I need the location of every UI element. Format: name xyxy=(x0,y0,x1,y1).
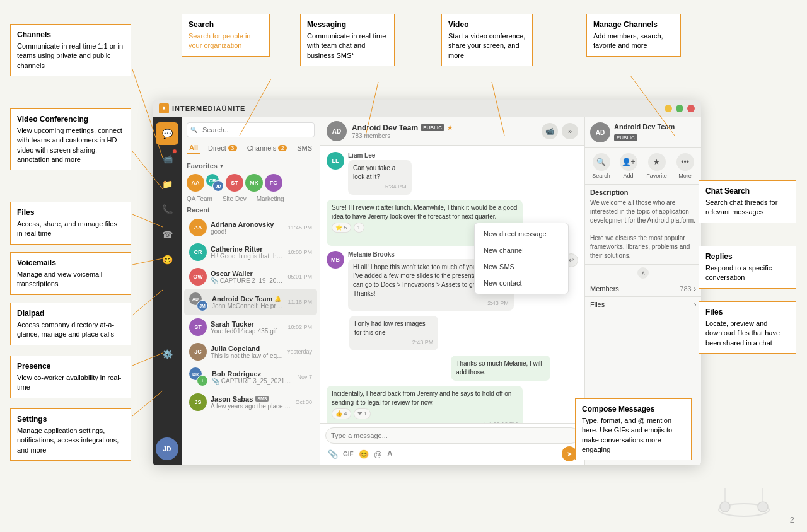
popup-new-sms[interactable]: New SMS xyxy=(475,258,568,275)
attachment-icon[interactable]: 📎 xyxy=(328,449,338,459)
annotation-dialpad: Dialpad Access company directory at-a-gl… xyxy=(10,303,131,345)
tab-direct[interactable]: Direct 3 xyxy=(206,142,240,154)
sidebar-item-settings[interactable]: ⚙️ xyxy=(156,343,178,366)
popup-new-channel[interactable]: New channel xyxy=(475,242,568,258)
user-avatar-sidebar[interactable]: JD xyxy=(156,437,178,460)
svg-point-17 xyxy=(758,502,768,512)
annotation-search: Search Search for people in your organiz… xyxy=(182,14,270,57)
message-liam: LL Liam Lee Can you take a look at it? 5… xyxy=(327,152,578,195)
chat-item-adriana[interactable]: AA Adriana Aronovsky good! 11:45 PM xyxy=(184,216,317,240)
annotation-presence: Presence View co-worker availability in … xyxy=(10,356,131,398)
annotation-voicemails: Voicemails Manage and view voicemail tra… xyxy=(10,252,131,295)
logo-icon: ✦ xyxy=(159,103,169,113)
page-number: 2 xyxy=(790,515,794,524)
gif-button[interactable]: GIF xyxy=(343,451,354,458)
message-bubble: I only had low res images for this one 2… xyxy=(349,316,438,350)
app-title: INTERMEDIAÜNITE xyxy=(172,105,245,112)
annotation-channels: Channels Communicate in real-time 1:1 or… xyxy=(10,24,131,76)
annotation-files-right: Files Locate, preview and download files… xyxy=(699,301,796,354)
compose-input[interactable] xyxy=(325,427,579,444)
channels-badge: 2 xyxy=(278,145,287,151)
annotation-video: Video Start a video conference, share yo… xyxy=(441,14,533,66)
compose-toolbar: 📎 GIF 😊 @ A ➤ xyxy=(325,446,579,461)
close-button[interactable]: × xyxy=(687,105,695,112)
sidebar-item-presence[interactable]: 😊 xyxy=(156,248,178,271)
chat-info: Adriana Aronovsky good! xyxy=(211,221,284,235)
annotation-compose: Compose Messages Type, format, and @ men… xyxy=(575,398,692,460)
format-icon[interactable]: A xyxy=(387,449,393,458)
chat-item-oscar[interactable]: OW Oscar Waller 📎 CAPTURE 2_19_2021_10_1… xyxy=(184,265,317,289)
sidebar-item-video[interactable]: 📹 xyxy=(156,147,178,170)
sidebar-item-dialpad[interactable]: 📞 xyxy=(156,198,178,221)
message-right-2: Thanks so much Melanie, I will add those… xyxy=(327,356,578,381)
annotation-settings: Settings Manage application settings, no… xyxy=(10,408,131,461)
fav-avatar-1[interactable]: AA xyxy=(187,174,204,192)
chat-item-julia[interactable]: JC Julia Copeland This is not the law of… xyxy=(184,340,317,364)
chevron-down-icon: ▾ xyxy=(220,163,223,169)
fav-avatar-5[interactable]: FG xyxy=(265,174,282,192)
rp-actions: 🔍 Search 👤+ Add ★ Favorite ••• More xyxy=(585,148,701,185)
sidebar-item-voicemail[interactable]: ☎ xyxy=(156,223,178,246)
chat-info: Sarah Tucker You: fed014icap-435.gif xyxy=(211,320,284,335)
annotation-messaging: Messaging Communicate in real-time with … xyxy=(300,14,395,66)
chat-header: AD Android Dev Team PUBLIC ★ 783 members… xyxy=(320,117,584,146)
fav-avatar-4[interactable]: MK xyxy=(245,174,263,192)
tab-all[interactable]: All xyxy=(187,142,200,154)
message-right-3: Incidentally, I heard back from Jeremy a… xyxy=(327,386,578,423)
files-row[interactable]: Files › xyxy=(585,297,701,312)
sidebar-icons: 💬 📹 📁 📞 ☎ 😊 ⚙️ JD xyxy=(153,117,182,465)
message-melanie-2: I only had low res images for this one 2… xyxy=(327,316,578,350)
more-options-button[interactable]: » xyxy=(562,123,578,139)
avatar: AA xyxy=(189,219,207,236)
tabs-row: All Direct 3 Channels 2 SMS xyxy=(182,142,320,158)
mention-icon[interactable]: @ xyxy=(374,449,382,459)
minimize-button[interactable]: _ xyxy=(665,105,672,112)
popup-menu: New direct message New channel New SMS N… xyxy=(474,223,569,294)
fav-avatar-group[interactable]: CR JD xyxy=(206,174,224,192)
left-panel: All Direct 3 Channels 2 SMS Favorites ▾ … xyxy=(182,117,320,465)
video-call-button[interactable]: 📹 xyxy=(542,123,558,139)
annotation-files-left: Files Access, share, and manage files in… xyxy=(10,202,131,245)
annotation-manage-channels: Manage Channels Add members, search, fav… xyxy=(586,14,681,57)
members-row[interactable]: Members 783 › xyxy=(585,281,701,297)
title-bar: ✦ INTERMEDIAÜNITE _ □ × xyxy=(153,100,701,117)
chat-info: Android Dev Team 🔔 ● John McConnell: He … xyxy=(212,295,284,309)
earphones-decoration xyxy=(712,475,775,519)
direct-badge: 3 xyxy=(228,145,237,151)
message-bubble: Can you take a look at it? 5:34 PM xyxy=(348,160,412,195)
chat-item-android-dev[interactable]: AD JM Android Dev Team 🔔 ● John McConnel… xyxy=(184,289,317,315)
rp-description-section: Description We welcome all those who are… xyxy=(585,185,701,265)
chat-item-jason[interactable]: JS Jason Sabas SMS A few years ago the p… xyxy=(184,390,317,414)
chat-item-sarah[interactable]: ST Sarah Tucker You: fed014icap-435.gif … xyxy=(184,315,317,339)
fav-avatar-3[interactable]: ST xyxy=(226,174,243,192)
chat-header-info: Android Dev Team PUBLIC ★ 783 members xyxy=(352,124,537,139)
sidebar-item-chat[interactable]: 💬 xyxy=(156,122,178,145)
avatar: CR xyxy=(189,243,207,261)
maximize-button[interactable]: □ xyxy=(676,105,683,112)
emoji-icon[interactable]: 😊 xyxy=(359,449,369,459)
popup-new-contact[interactable]: New contact xyxy=(475,275,568,291)
rp-action-search[interactable]: 🔍 Search xyxy=(592,153,610,179)
search-bar xyxy=(182,117,320,142)
rp-action-more[interactable]: ••• More xyxy=(676,153,694,179)
tab-sms[interactable]: SMS xyxy=(294,142,315,154)
chevron-right-icon: › xyxy=(694,301,696,308)
search-input[interactable] xyxy=(187,122,315,137)
popup-new-direct[interactable]: New direct message xyxy=(475,226,568,242)
avatar: OW xyxy=(189,268,207,286)
more-icon: ••• xyxy=(676,153,694,171)
avatar: JC xyxy=(189,343,207,361)
recent-label: Recent xyxy=(182,204,320,215)
chat-item-catherine[interactable]: CR Catherine Ritter Hi! Good thing is th… xyxy=(184,240,317,264)
avatar-group: AD JM xyxy=(189,292,208,311)
tab-channels[interactable]: Channels 2 xyxy=(245,142,289,154)
rp-action-add[interactable]: 👤+ Add xyxy=(620,153,637,179)
avatar: LL xyxy=(327,152,344,170)
search-wrap xyxy=(187,122,315,137)
chat-item-bob[interactable]: BR + Bob Rodriguez 📎 CAPTURE 3_25_2021_1… xyxy=(184,364,317,390)
sidebar-item-files[interactable]: 📁 xyxy=(156,173,178,195)
public-badge: PUBLIC xyxy=(421,124,444,131)
collapse-button[interactable]: ∧ xyxy=(637,267,649,279)
rp-action-favorite[interactable]: ★ Favorite xyxy=(646,153,667,179)
chat-info: Oscar Waller 📎 CAPTURE 2_19_2021_10_19_2… xyxy=(211,270,284,284)
